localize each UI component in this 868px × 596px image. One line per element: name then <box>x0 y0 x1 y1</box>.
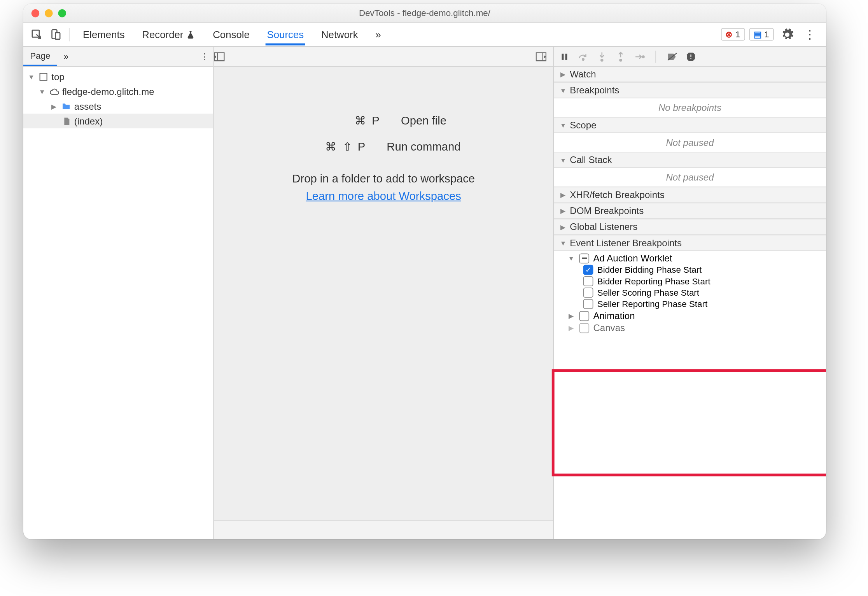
file-tree: ▼ top ▼ fledge-demo.glitch.me ▶ assets (… <box>23 67 213 539</box>
navigator-panel: Page » ⋮ ▼ top ▼ fledge-demo.glitch.me ▶ <box>23 47 214 539</box>
message-count: 1 <box>764 29 769 39</box>
pane-scope[interactable]: ▼Scope <box>554 117 826 133</box>
learn-more-link[interactable]: Learn more about Workspaces <box>306 190 461 203</box>
error-count: 1 <box>735 29 740 39</box>
pane-watch[interactable]: ▶Watch <box>554 67 826 82</box>
label-event-1: Bidder Bidding Phase Start <box>597 265 702 275</box>
hint-open-file: Open file <box>401 114 446 127</box>
step-into-icon[interactable] <box>597 51 607 62</box>
pane-call-stack[interactable]: ▼Call Stack <box>554 152 826 168</box>
event-category-canvas[interactable]: ▶ Canvas <box>554 322 826 334</box>
navigator-tabs-overflow[interactable]: » <box>57 47 75 65</box>
svg-rect-16 <box>690 58 691 58</box>
tab-sources[interactable]: Sources <box>266 23 305 46</box>
event-seller-reporting[interactable]: Seller Reporting Phase Start <box>554 298 826 310</box>
tab-recorder[interactable]: Recorder <box>141 23 197 46</box>
navigator-tab-page[interactable]: Page <box>23 47 57 66</box>
window-title: DevTools - fledge-demo.glitch.me/ <box>23 8 826 18</box>
callstack-not-paused: Not paused <box>554 168 826 186</box>
svg-point-10 <box>582 58 584 60</box>
tree-label-origin: fledge-demo.glitch.me <box>62 86 154 97</box>
svg-point-12 <box>620 59 621 61</box>
svg-rect-3 <box>40 73 47 80</box>
show-debugger-icon[interactable] <box>536 52 553 61</box>
flask-icon <box>186 30 195 39</box>
settings-icon[interactable] <box>778 25 796 44</box>
svg-rect-9 <box>565 53 567 60</box>
show-navigator-icon[interactable] <box>214 52 231 61</box>
zoom-window-button[interactable] <box>58 9 66 17</box>
pane-breakpoints[interactable]: ▼Breakpoints <box>554 82 826 98</box>
error-icon: ⊗ <box>725 29 733 39</box>
checkbox-seller-scoring[interactable] <box>583 287 593 298</box>
deactivate-breakpoints-icon[interactable] <box>667 51 678 62</box>
tree-node-index[interactable]: (index) <box>23 114 213 128</box>
pane-xhr-breakpoints[interactable]: ▶XHR/fetch Breakpoints <box>554 187 826 203</box>
event-bidder-reporting[interactable]: Bidder Reporting Phase Start <box>554 275 826 287</box>
svg-point-13 <box>642 56 644 58</box>
checkbox-canvas[interactable] <box>579 323 589 333</box>
event-category-animation[interactable]: ▶ Animation <box>554 310 826 322</box>
titlebar: DevTools - fledge-demo.glitch.me/ <box>23 4 826 23</box>
navigator-more-icon[interactable]: ⋮ <box>196 51 214 61</box>
more-menu-icon[interactable]: ⋮ <box>801 25 819 44</box>
hint-run-command: Run command <box>387 140 460 153</box>
devtools-window: DevTools - fledge-demo.glitch.me/ Elemen… <box>23 4 826 539</box>
pane-dom-breakpoints[interactable]: ▶DOM Breakpoints <box>554 203 826 219</box>
svg-rect-2 <box>56 32 60 39</box>
message-icon: ▤ <box>754 29 762 39</box>
tree-label-index: (index) <box>74 116 103 126</box>
error-count-badge[interactable]: ⊗ 1 <box>721 28 745 41</box>
editor-panel: ⌘ P Open file ⌘ ⇧ P Run command Drop in … <box>214 47 554 539</box>
shortcut-open-file: ⌘ P <box>320 114 381 128</box>
debugger-panel: ▶Watch ▼Breakpoints No breakpoints ▼Scop… <box>554 47 826 539</box>
tab-console[interactable]: Console <box>212 23 251 46</box>
tree-node-top[interactable]: ▼ top <box>23 70 213 84</box>
minimize-window-button[interactable] <box>45 9 53 17</box>
event-seller-scoring[interactable]: Seller Scoring Phase Start <box>554 287 826 298</box>
checkbox-bidder-bidding[interactable] <box>583 265 593 275</box>
svg-point-11 <box>601 59 603 61</box>
step-icon[interactable] <box>634 52 645 61</box>
main-area: Page » ⋮ ▼ top ▼ fledge-demo.glitch.me ▶ <box>23 47 826 539</box>
label-canvas: Canvas <box>593 323 625 333</box>
label-animation: Animation <box>593 310 635 321</box>
tab-network[interactable]: Network <box>320 23 359 46</box>
scope-not-paused: Not paused <box>554 133 826 152</box>
label-event-2: Bidder Reporting Phase Start <box>597 276 710 286</box>
frame-icon <box>38 72 49 82</box>
checkbox-seller-reporting[interactable] <box>583 299 593 309</box>
label-ad-auction: Ad Auction Worklet <box>593 253 672 264</box>
no-breakpoints-label: No breakpoints <box>554 98 826 117</box>
tree-node-origin[interactable]: ▼ fledge-demo.glitch.me <box>23 84 213 99</box>
tree-node-folder[interactable]: ▶ assets <box>23 99 213 114</box>
label-event-4: Seller Reporting Phase Start <box>597 299 707 309</box>
svg-rect-15 <box>690 54 691 57</box>
event-category-ad-auction[interactable]: ▼ Ad Auction Worklet <box>554 252 826 264</box>
tree-label-top: top <box>51 72 64 82</box>
inspect-icon[interactable] <box>27 25 46 44</box>
tab-elements[interactable]: Elements <box>82 23 126 46</box>
file-icon <box>61 116 72 126</box>
message-count-badge[interactable]: ▤ 1 <box>749 28 774 41</box>
step-over-icon[interactable] <box>578 52 589 61</box>
editor-status-bar <box>214 521 553 539</box>
checkbox-animation[interactable] <box>579 311 589 321</box>
pane-global-listeners[interactable]: ▶Global Listeners <box>554 219 826 235</box>
checkbox-ad-auction[interactable] <box>579 253 589 263</box>
pause-on-exceptions-icon[interactable] <box>686 51 696 62</box>
event-bidder-bidding[interactable]: Bidder Bidding Phase Start <box>554 264 826 275</box>
workspace-drop-hint: Drop in a folder to add to workspace <box>292 172 475 186</box>
pane-event-listener-breakpoints[interactable]: ▼Event Listener Breakpoints <box>554 235 826 251</box>
tab-recorder-label: Recorder <box>142 29 183 40</box>
cloud-icon <box>49 86 60 97</box>
pause-icon[interactable] <box>559 52 570 61</box>
device-toggle-icon[interactable] <box>46 25 65 44</box>
step-out-icon[interactable] <box>615 51 626 62</box>
checkbox-bidder-reporting[interactable] <box>583 276 593 286</box>
folder-icon <box>61 101 72 112</box>
tree-label-folder: assets <box>74 101 102 112</box>
main-toolbar: Elements Recorder Console Sources Networ… <box>23 23 826 47</box>
close-window-button[interactable] <box>32 9 40 17</box>
tabs-overflow[interactable]: » <box>374 23 382 46</box>
